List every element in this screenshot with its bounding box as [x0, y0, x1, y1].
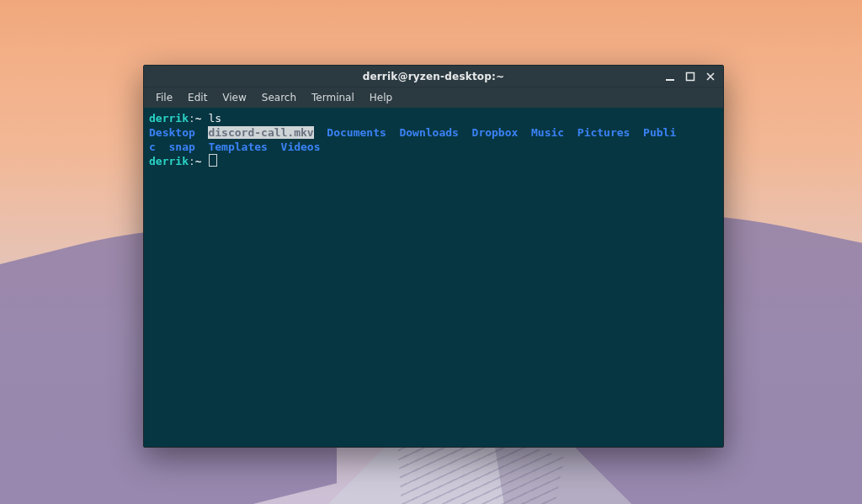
ls-entry: Publi	[643, 126, 676, 139]
maximize-button[interactable]	[681, 68, 700, 85]
menu-help[interactable]: Help	[363, 90, 399, 105]
terminal-cursor	[209, 154, 217, 167]
terminal-window: derrik@ryzen-desktop:~ File Edit View	[143, 65, 724, 448]
ls-entry: Pictures	[577, 126, 631, 139]
prompt-sep: :	[189, 155, 195, 167]
prompt-path: ~	[195, 112, 209, 125]
ls-entry: Documents	[327, 126, 386, 139]
terminal-command: ls	[208, 112, 221, 125]
menu-view[interactable]: View	[216, 90, 253, 105]
ls-entry: Desktop	[149, 126, 195, 139]
menubar: File Edit View Search Terminal Help	[144, 87, 723, 108]
menu-file[interactable]: File	[149, 90, 179, 105]
ls-entry: Templates	[208, 141, 267, 153]
prompt-sep: :	[189, 112, 195, 125]
prompt-path: ~	[195, 155, 209, 167]
prompt-user: derrik	[149, 112, 189, 125]
window-titlebar[interactable]: derrik@ryzen-desktop:~	[144, 66, 723, 87]
close-button[interactable]	[701, 68, 720, 85]
menu-edit[interactable]: Edit	[181, 90, 214, 105]
svg-rect-0	[666, 79, 674, 81]
terminal-body[interactable]: derrik:~ ls Desktop discord-call.mkv Doc…	[144, 108, 723, 447]
ls-entry: Downloads	[399, 126, 458, 139]
ls-entry: Videos	[281, 141, 321, 153]
ls-entry: Music	[531, 126, 564, 139]
svg-rect-1	[687, 72, 694, 80]
menu-terminal[interactable]: Terminal	[305, 90, 361, 105]
ls-entry: c	[149, 141, 156, 153]
ls-entry: snap	[168, 141, 194, 153]
prompt-user: derrik	[149, 155, 189, 167]
window-controls	[661, 66, 720, 87]
minimize-button[interactable]	[661, 68, 679, 85]
ls-entry: discord-call.mkv	[208, 126, 313, 139]
window-title: derrik@ryzen-desktop:~	[144, 71, 723, 82]
ls-entry: Dropbox	[472, 126, 519, 139]
menu-search[interactable]: Search	[255, 90, 303, 105]
